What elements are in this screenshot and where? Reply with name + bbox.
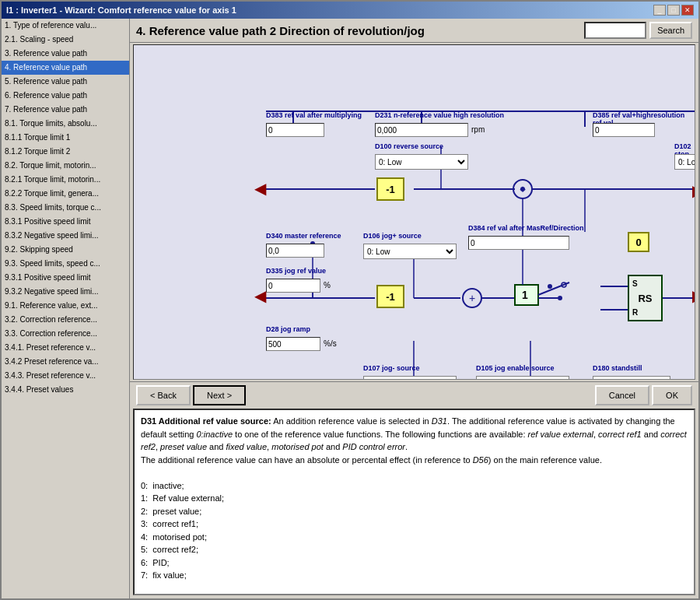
d180-label: D180 standstill	[593, 364, 642, 372]
maximize-button[interactable]: □	[667, 5, 680, 16]
d28-input[interactable]	[266, 337, 320, 351]
ok-button[interactable]: OK	[652, 385, 692, 405]
search-area: Search	[584, 22, 692, 39]
description-title: D31 Additional ref value source:	[141, 416, 271, 426]
rs-s-label: S	[632, 279, 638, 288]
d340-label: D340 master reference	[266, 232, 341, 240]
d231-unit: rpm	[471, 125, 485, 134]
d100-label: D100 reverse source	[375, 142, 443, 150]
sidebar-item-6[interactable]: 6. Reference value path	[2, 89, 129, 103]
d335-label: D335 jog ref value	[266, 267, 326, 275]
d335-unit: %	[324, 281, 331, 289]
sidebar-item-9-3-2[interactable]: 9.3.2 Negative speed limi...	[2, 285, 129, 299]
svg-text:+: +	[469, 292, 475, 304]
sidebar-item-8-3-1[interactable]: 8.3.1 Positive speed limit	[2, 215, 129, 229]
nav-bar: < Back Next > Cancel OK	[130, 381, 698, 409]
d107-label: D107 jog- source	[363, 364, 420, 372]
d105-select[interactable]: 0: Low	[476, 376, 569, 380]
description-area[interactable]: D31 Additional ref value source: An addi…	[133, 409, 695, 595]
nav-right: Cancel OK	[595, 385, 692, 405]
d106-select[interactable]: 0: Low	[363, 244, 457, 259]
d107-select[interactable]: 0: Low	[363, 376, 457, 380]
d180-select[interactable]: 0: inactive	[593, 376, 670, 380]
description-list: 0: inactive; 1: Ref value external; 2: p…	[141, 479, 688, 596]
svg-point-36	[520, 187, 525, 191]
close-button[interactable]: ✕	[681, 5, 694, 16]
sidebar-item-8-3[interactable]: 8.3. Speed limits, torque c...	[2, 201, 129, 215]
sidebar-item-1[interactable]: 1. Type of reference valu...	[2, 19, 129, 33]
rs-label: RS	[638, 293, 652, 304]
minimize-button[interactable]: _	[653, 5, 666, 16]
neg1-box-upper: -1	[376, 177, 404, 201]
d383-label: D383 ref val after multiplying	[266, 111, 362, 119]
page-title: 4. Reference value path 2 Direction of r…	[136, 24, 425, 37]
d100-select[interactable]: 0: Low	[375, 154, 468, 170]
svg-point-22	[548, 284, 552, 289]
svg-point-14	[463, 289, 481, 307]
sidebar-item-8-2-1[interactable]: 8.2.1 Torque limit, motorin...	[2, 173, 129, 187]
svg-text:+: +	[520, 183, 526, 195]
d340-input[interactable]	[266, 244, 324, 258]
svg-point-21	[558, 296, 562, 300]
sidebar-item-3-4-3[interactable]: 3.4.3. Preset reference v...	[2, 369, 129, 383]
sidebar-item-8-3-2[interactable]: 8.3.2 Negative speed limi...	[2, 229, 129, 243]
back-button[interactable]: < Back	[136, 385, 191, 405]
d231-input[interactable]	[375, 123, 468, 137]
svg-line-19	[538, 282, 569, 295]
sidebar-item-7[interactable]: 7. Reference value path	[2, 103, 129, 117]
sidebar-item-2[interactable]: 2.1. Scaling - speed	[2, 33, 129, 47]
sidebar-item-9-1[interactable]: 9.1. Reference value, ext...	[2, 299, 129, 313]
sidebar-item-8-1-2[interactable]: 8.1.2 Torque limit 2	[2, 145, 129, 159]
d383-input[interactable]	[266, 123, 324, 137]
sidebar-item-4[interactable]: 4. Reference value path	[2, 61, 129, 75]
svg-text:1: 1	[522, 289, 528, 301]
next-button[interactable]: Next >	[193, 385, 246, 405]
sidebar-item-9-3-1[interactable]: 9.3.1 Positive speed limit	[2, 271, 129, 285]
sidebar-item-3-4-1[interactable]: 3.4.1. Preset reference v...	[2, 341, 129, 355]
sidebar-item-8-2-2[interactable]: 8.2.2 Torque limit, genera...	[2, 187, 129, 201]
top-bar: 4. Reference value path 2 Direction of r…	[130, 19, 698, 43]
d335-input[interactable]	[266, 279, 320, 293]
title-bar-controls: _ □ ✕	[653, 5, 694, 16]
sidebar-item-8-1[interactable]: 8.1. Torque limits, absolu...	[2, 117, 129, 131]
sidebar-item-3-3[interactable]: 3.3. Correction reference...	[2, 327, 129, 341]
svg-point-23	[562, 282, 566, 287]
d28-label: D28 jog ramp	[266, 325, 310, 333]
rs-block: S RS R	[628, 275, 663, 321]
svg-point-6	[513, 180, 532, 198]
search-button[interactable]: Search	[649, 22, 692, 39]
d384-input[interactable]	[468, 236, 569, 250]
sidebar-item-3-4-2[interactable]: 3.4.2 Preset reference va...	[2, 355, 129, 369]
arrow-left-lower: ◀	[254, 286, 266, 305]
arrow-left-upper: ◀	[254, 179, 266, 198]
arrow-right-upper: ▶	[692, 181, 695, 200]
d105-label: D105 jog enable source	[476, 364, 555, 372]
d384-label: D384 ref val after MasRef/Direction	[468, 224, 584, 232]
svg-rect-17	[515, 285, 538, 305]
title-bar: I1 : Inverter1 - Wizard: Comfort referen…	[2, 2, 698, 19]
neg1-box-lower: -1	[376, 285, 404, 308]
arrow-right-lower: ▶	[692, 286, 695, 305]
rs-r-label: R	[632, 308, 638, 317]
search-input[interactable]	[584, 22, 646, 39]
sidebar-item-3[interactable]: 3. Reference value path	[2, 47, 129, 61]
sidebar-item-9-3[interactable]: 9.3. Speed limits, speed c...	[2, 257, 129, 271]
d102-select[interactable]: 0: Low	[674, 154, 695, 170]
cancel-button[interactable]: Cancel	[595, 385, 649, 405]
sidebar: 1. Type of reference valu... 2.1. Scalin…	[2, 19, 130, 598]
d231-label: D231 n-reference value high resolution	[375, 111, 504, 119]
sidebar-item-5[interactable]: 5. Reference value path	[2, 75, 129, 89]
sidebar-item-8-2[interactable]: 8.2. Torque limit, motorin...	[2, 159, 129, 173]
sidebar-item-3-4-4[interactable]: 3.4.4. Preset values	[2, 383, 129, 397]
nav-left: < Back Next >	[136, 385, 246, 405]
sidebar-item-9-2[interactable]: 9.2. Skipping speed	[2, 243, 129, 257]
d0-display-box: 0	[628, 232, 649, 252]
diagram-svg: + +	[134, 45, 695, 379]
window-title: I1 : Inverter1 - Wizard: Comfort referen…	[6, 5, 236, 15]
sidebar-item-3-2[interactable]: 3.2. Correction reference...	[2, 313, 129, 327]
d106-label: D106 jog+ source	[363, 232, 422, 240]
main-content: 1. Type of reference valu... 2.1. Scalin…	[2, 19, 698, 598]
d385-input[interactable]	[593, 123, 655, 137]
sidebar-item-8-1-1[interactable]: 8.1.1 Torque limit 1	[2, 131, 129, 145]
d28-unit: %/s	[324, 339, 337, 348]
